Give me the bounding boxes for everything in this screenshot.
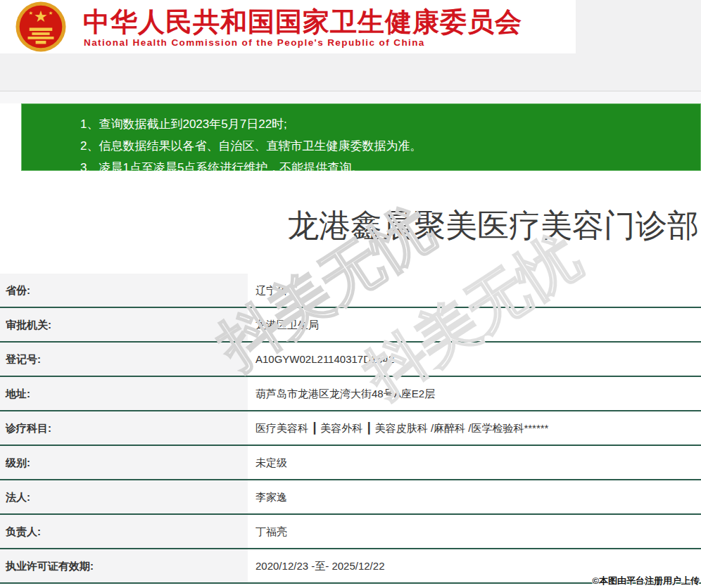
field-label: 登记号:: [0, 343, 248, 376]
field-value: 未定级: [248, 446, 701, 479]
table-row: 地址: 葫芦岛市龙港区龙湾大街48号A座E2层: [0, 377, 701, 411]
field-value: 龙港区卫生局: [248, 308, 701, 341]
field-value: 葫芦岛市龙港区龙湾大街48号A座E2层: [248, 377, 701, 410]
header-title-cn: 中华人民共和国国家卫生健康委员会: [83, 4, 522, 40]
field-label: 地址:: [0, 377, 248, 410]
table-row: 审批机关: 龙港区卫生局: [0, 308, 701, 343]
notice-box: 1、查询数据截止到2023年5月7日22时; 2、信息数据结果以各省、自治区、直…: [21, 103, 701, 171]
field-value: A10GYW02L21140317D1542: [248, 343, 701, 376]
notice-line-1: 1、查询数据截止到2023年5月7日22时;: [80, 113, 700, 135]
table-row: 法人: 李家逸: [0, 480, 701, 515]
field-value: 丁福亮: [248, 515, 701, 548]
svg-text:★: ★: [29, 10, 34, 16]
field-label: 法人:: [0, 480, 248, 513]
table-row: 省份: 辽宁省: [0, 274, 701, 308]
field-label: 审批机关:: [0, 308, 248, 341]
license-table: 省份: 辽宁省 审批机关: 龙港区卫生局 登记号: A10GYW02L21140…: [0, 274, 701, 584]
notice-line-3: 3、凌晨1点至凌晨5点系统进行维护，不能提供查询。: [80, 157, 700, 179]
table-row: 诊疗科目: 医疗美容科 ┃ 美容外科 ┃ 美容皮肤科 /麻醉科 /医学检验科**…: [0, 411, 701, 446]
field-value: 李家逸: [248, 480, 701, 513]
svg-text:★: ★: [34, 7, 48, 25]
table-row: 级别: 未定级: [0, 446, 701, 480]
table-row: 负责人: 丁福亮: [0, 515, 701, 549]
field-label: 诊疗科目:: [0, 411, 248, 445]
notice-line-2: 2、信息数据结果以各省、自治区、直辖市卫生健康委数据为准。: [80, 135, 700, 157]
upload-copyright-note: ©本图由平台注册用户上传: [592, 575, 700, 587]
field-value: 医疗美容科 ┃ 美容外科 ┃ 美容皮肤科 /麻醉科 /医学检验科******: [248, 411, 701, 445]
table-row: 登记号: A10GYW02L21140317D1542: [0, 343, 701, 377]
header-title-en: National Health Commission of the People…: [84, 37, 425, 48]
page: ★ ★ ★ 中华人民共和国国家卫生健康委员会 National Health C…: [0, 0, 701, 588]
svg-text:★: ★: [49, 10, 53, 16]
site-header: ★ ★ ★ 中华人民共和国国家卫生健康委员会 National Health C…: [0, 0, 576, 53]
institution-name-title: 龙港鑫晨聚美医疗美容门诊部: [287, 205, 697, 247]
national-emblem-icon: ★ ★ ★: [7, 1, 75, 53]
field-label: 负责人:: [0, 515, 248, 548]
sub-band: [0, 91, 701, 103]
field-label: 级别:: [0, 446, 248, 479]
field-label: 省份:: [0, 274, 248, 307]
field-label: 执业许可证有效期:: [0, 549, 248, 582]
field-value: 辽宁省: [248, 274, 701, 307]
